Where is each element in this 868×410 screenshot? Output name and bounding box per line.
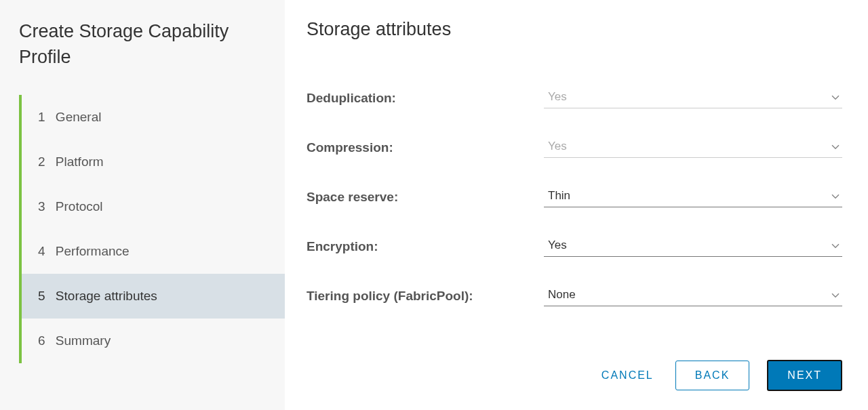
step-number: 5 (38, 289, 45, 303)
label-encryption: Encryption: (307, 239, 544, 257)
label-tiering-policy: Tiering policy (FabricPool): (307, 289, 544, 306)
step-label: Summary (56, 333, 111, 348)
select-tiering-policy[interactable]: None (544, 287, 842, 306)
chevron-down-icon (831, 291, 840, 300)
row-space-reserve: Space reserve: Thin (307, 188, 842, 207)
chevron-down-icon (831, 94, 840, 102)
step-platform[interactable]: 2 Platform (22, 140, 285, 184)
select-value: Yes (548, 140, 567, 152)
row-tiering-policy: Tiering policy (FabricPool): None (307, 287, 842, 306)
step-label: Protocol (56, 199, 103, 213)
step-performance[interactable]: 4 Performance (22, 229, 285, 274)
main-content: Storage attributes Deduplication: Yes Co… (285, 0, 868, 410)
select-compression[interactable]: Yes (544, 138, 842, 158)
select-space-reserve[interactable]: Thin (544, 188, 842, 207)
step-number: 1 (38, 110, 45, 124)
label-compression: Compression: (307, 140, 544, 158)
select-value: Thin (548, 189, 570, 202)
wizard-sidebar: Create Storage Capability Profile 1 Gene… (0, 0, 285, 410)
next-button[interactable]: NEXT (767, 360, 842, 391)
footer-buttons: CANCEL BACK NEXT (307, 352, 842, 391)
step-label: Storage attributes (56, 289, 157, 303)
step-number: 6 (38, 333, 45, 348)
step-label: Platform (56, 155, 104, 169)
step-storage-attributes[interactable]: 5 Storage attributes (22, 274, 285, 319)
chevron-down-icon (831, 192, 840, 201)
row-encryption: Encryption: Yes (307, 237, 842, 257)
cancel-button[interactable]: CANCEL (597, 361, 658, 390)
step-general[interactable]: 1 General (22, 95, 285, 140)
step-number: 3 (38, 199, 45, 213)
step-protocol[interactable]: 3 Protocol (22, 184, 285, 229)
select-value: Yes (548, 90, 567, 103)
select-encryption[interactable]: Yes (544, 237, 842, 257)
row-compression: Compression: Yes (307, 138, 842, 158)
step-summary[interactable]: 6 Summary (22, 319, 285, 363)
wizard-steps: 1 General 2 Platform 3 Protocol 4 Perfor… (19, 95, 285, 363)
select-value: Yes (548, 239, 567, 251)
label-space-reserve: Space reserve: (307, 190, 544, 207)
wizard-title: Create Storage Capability Profile (19, 19, 285, 70)
form-rows: Deduplication: Yes Compression: Yes Spac… (307, 89, 842, 352)
page-title: Storage attributes (307, 19, 842, 40)
chevron-down-icon (831, 143, 840, 151)
select-value: None (548, 288, 576, 301)
chevron-down-icon (831, 242, 840, 250)
select-deduplication[interactable]: Yes (544, 89, 842, 108)
row-deduplication: Deduplication: Yes (307, 89, 842, 108)
label-deduplication: Deduplication: (307, 91, 544, 108)
back-button[interactable]: BACK (675, 361, 750, 390)
step-label: Performance (56, 244, 130, 258)
step-label: General (56, 110, 102, 124)
step-number: 2 (38, 155, 45, 169)
step-number: 4 (38, 244, 45, 258)
